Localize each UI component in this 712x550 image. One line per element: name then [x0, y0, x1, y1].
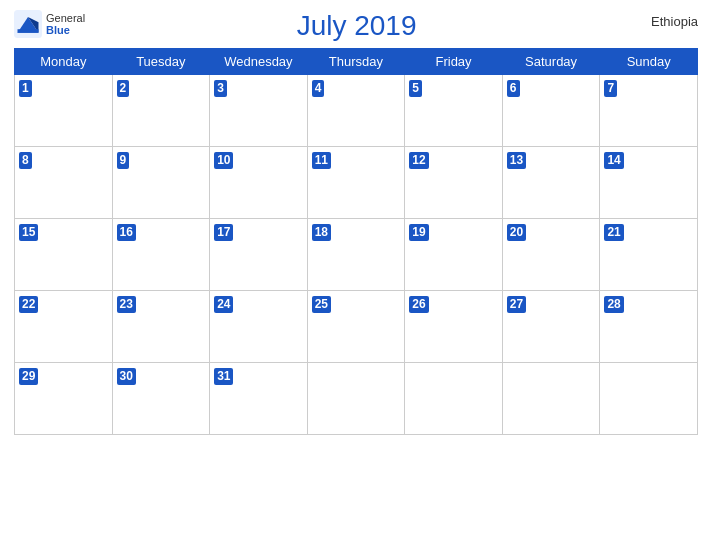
week-row-5: 293031 — [15, 363, 698, 435]
day-cell: 20 — [502, 219, 600, 291]
day-cell: 30 — [112, 363, 210, 435]
day-cell: 18 — [307, 219, 405, 291]
header-sunday: Sunday — [600, 49, 698, 75]
day-number: 31 — [214, 368, 233, 385]
header-monday: Monday — [15, 49, 113, 75]
day-cell: 13 — [502, 147, 600, 219]
day-number: 25 — [312, 296, 331, 313]
day-number: 11 — [312, 152, 331, 169]
logo-blue: Blue — [46, 24, 85, 36]
week-row-1: 1234567 — [15, 75, 698, 147]
day-number: 7 — [604, 80, 617, 97]
day-cell: 8 — [15, 147, 113, 219]
day-number: 26 — [409, 296, 428, 313]
day-number: 27 — [507, 296, 526, 313]
header-saturday: Saturday — [502, 49, 600, 75]
day-number: 12 — [409, 152, 428, 169]
week-row-3: 15161718192021 — [15, 219, 698, 291]
day-cell: 9 — [112, 147, 210, 219]
day-number: 2 — [117, 80, 130, 97]
country-label: Ethiopia — [628, 10, 698, 29]
header: General Blue July 2019 Ethiopia — [14, 10, 698, 42]
day-cell: 10 — [210, 147, 308, 219]
header-tuesday: Tuesday — [112, 49, 210, 75]
day-number: 8 — [19, 152, 32, 169]
day-cell — [502, 363, 600, 435]
day-number: 4 — [312, 80, 325, 97]
day-cell: 19 — [405, 219, 503, 291]
day-number: 18 — [312, 224, 331, 241]
day-cell: 22 — [15, 291, 113, 363]
day-cell: 29 — [15, 363, 113, 435]
day-number: 16 — [117, 224, 136, 241]
header-friday: Friday — [405, 49, 503, 75]
day-number: 1 — [19, 80, 32, 97]
day-cell: 2 — [112, 75, 210, 147]
day-number: 30 — [117, 368, 136, 385]
day-cell — [307, 363, 405, 435]
day-number: 28 — [604, 296, 623, 313]
logo: General Blue — [14, 10, 85, 38]
calendar-table: Monday Tuesday Wednesday Thursday Friday… — [14, 48, 698, 435]
day-cell: 26 — [405, 291, 503, 363]
day-cell: 12 — [405, 147, 503, 219]
day-cell: 21 — [600, 219, 698, 291]
day-cell: 7 — [600, 75, 698, 147]
day-cell: 27 — [502, 291, 600, 363]
day-cell: 1 — [15, 75, 113, 147]
day-cell: 24 — [210, 291, 308, 363]
header-wednesday: Wednesday — [210, 49, 308, 75]
day-cell — [405, 363, 503, 435]
logo-text: General Blue — [46, 12, 85, 36]
day-number: 6 — [507, 80, 520, 97]
week-row-4: 22232425262728 — [15, 291, 698, 363]
day-cell: 4 — [307, 75, 405, 147]
day-cell: 28 — [600, 291, 698, 363]
day-number: 9 — [117, 152, 130, 169]
calendar-title: July 2019 — [297, 10, 417, 41]
week-row-2: 891011121314 — [15, 147, 698, 219]
day-cell: 11 — [307, 147, 405, 219]
day-cell: 16 — [112, 219, 210, 291]
day-cell: 5 — [405, 75, 503, 147]
day-cell: 3 — [210, 75, 308, 147]
day-number: 17 — [214, 224, 233, 241]
day-number: 10 — [214, 152, 233, 169]
day-cell: 23 — [112, 291, 210, 363]
svg-rect-3 — [18, 29, 39, 33]
header-thursday: Thursday — [307, 49, 405, 75]
day-cell: 31 — [210, 363, 308, 435]
day-cell: 6 — [502, 75, 600, 147]
days-header-row: Monday Tuesday Wednesday Thursday Friday… — [15, 49, 698, 75]
day-number: 19 — [409, 224, 428, 241]
day-cell: 15 — [15, 219, 113, 291]
day-number: 20 — [507, 224, 526, 241]
day-number: 24 — [214, 296, 233, 313]
day-number: 13 — [507, 152, 526, 169]
day-cell: 25 — [307, 291, 405, 363]
day-cell: 17 — [210, 219, 308, 291]
day-number: 14 — [604, 152, 623, 169]
day-number: 23 — [117, 296, 136, 313]
day-number: 21 — [604, 224, 623, 241]
logo-general: General — [46, 12, 85, 24]
day-number: 29 — [19, 368, 38, 385]
day-cell — [600, 363, 698, 435]
title-area: July 2019 — [85, 10, 628, 42]
day-number: 15 — [19, 224, 38, 241]
day-cell: 14 — [600, 147, 698, 219]
day-number: 5 — [409, 80, 422, 97]
general-blue-icon — [14, 10, 42, 38]
day-number: 3 — [214, 80, 227, 97]
day-number: 22 — [19, 296, 38, 313]
calendar-page: General Blue July 2019 Ethiopia Monday T… — [0, 0, 712, 550]
